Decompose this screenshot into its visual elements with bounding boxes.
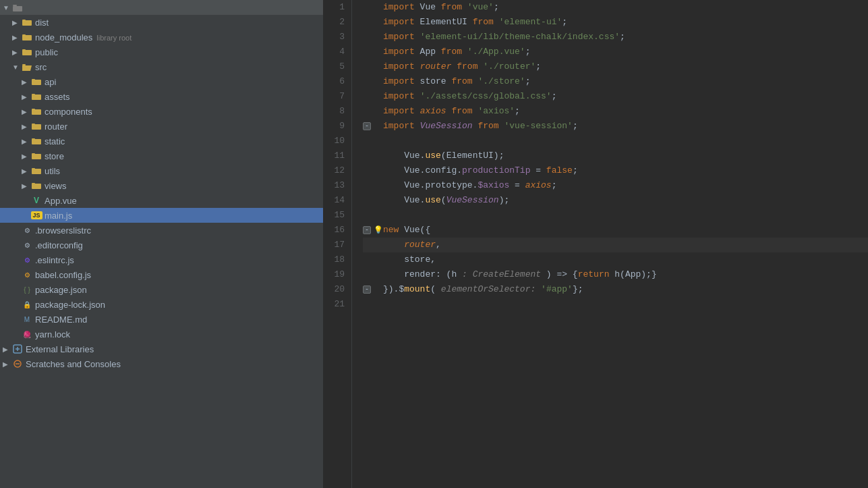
code-line: import Vue from 'vue';	[363, 0, 868, 15]
tree-item-.browserslistrc[interactable]: ⚙.browserslistrc	[0, 223, 323, 238]
arrow-icon	[22, 138, 31, 145]
token-plain: };	[573, 282, 583, 297]
token-kw: from	[441, 45, 462, 59]
code-line: Vue.prototype.$axios = axios;	[363, 178, 868, 193]
arrow-icon	[3, 346, 12, 353]
token-kw: import	[383, 15, 415, 30]
tree-item-.eslintrc.js[interactable]: ⚙.eslintrc.js	[0, 252, 323, 267]
tree-item-dist[interactable]: dist	[0, 15, 323, 30]
tree-item-label: package-lock.json	[35, 300, 320, 310]
tree-item-utils[interactable]: utils	[0, 163, 323, 178]
tree-item-babel.config.js[interactable]: ⚙babel.config.js	[0, 267, 323, 282]
line-number: 14	[330, 193, 345, 208]
folder-icon	[22, 61, 32, 72]
tree-item-label: .editorconfig	[35, 240, 320, 250]
arrow-icon	[22, 167, 31, 175]
code-line: render: (h : CreateElement ) => {return …	[363, 267, 868, 282]
token-param-hint: : CreateElement	[457, 267, 541, 282]
line-number: 7	[330, 89, 345, 104]
tree-item-node_modules[interactable]: node_moduleslibrary root	[0, 30, 323, 45]
vue-icon: V	[31, 195, 42, 206]
tree-item-label: README.md	[35, 315, 320, 325]
line-number: 15	[330, 208, 345, 223]
token-plain: (ElementUI);	[441, 148, 504, 163]
token-str: './App.vue'	[467, 45, 525, 59]
token-plain	[473, 119, 478, 134]
token-plain: ;	[552, 89, 557, 104]
tree-item-yarn.lock[interactable]: 🧶yarn.lock	[0, 327, 323, 342]
fold-icon[interactable]: -	[363, 122, 371, 130]
code-line: router,	[363, 238, 868, 252]
token-plain	[494, 15, 499, 30]
line-number: 17	[330, 238, 345, 252]
token-plain: store,	[383, 252, 436, 267]
line-number: 1	[330, 0, 345, 15]
token-plain: Vue.prototype.	[383, 178, 478, 193]
tree-item-.editorconfig[interactable]: ⚙.editorconfig	[0, 238, 323, 252]
token-str: './router'	[483, 59, 536, 74]
tree-item-label: main.js	[45, 211, 320, 221]
tree-item-label: External Libraries	[26, 344, 320, 354]
token-plain	[499, 119, 504, 134]
tree-item-External Libraries[interactable]: External Libraries	[0, 342, 323, 356]
lightbulb-icon[interactable]: 💡	[374, 223, 383, 238]
svg-rect-23	[32, 169, 41, 174]
tree-item-README.md[interactable]: MREADME.md	[0, 312, 323, 327]
svg-rect-3	[22, 20, 32, 26]
tree-item-store[interactable]: store	[0, 148, 323, 163]
token-plain: App	[415, 45, 441, 59]
code-line: Vue.config.productionTip = false;	[363, 163, 868, 178]
tree-item-assets[interactable]: assets	[0, 89, 323, 104]
token-prop: productionTip	[462, 163, 530, 178]
svg-marker-9	[22, 65, 32, 71]
config-icon: ⚙	[22, 225, 32, 236]
token-str: './assets/css/global.css'	[420, 89, 552, 104]
svg-rect-19	[32, 139, 41, 144]
code-line: -import VueSession from 'vue-session';	[363, 119, 868, 134]
fold-icon[interactable]: -	[363, 226, 371, 234]
code-line: import ElementUI from 'element-ui';	[363, 15, 868, 30]
tree-item-label: store	[45, 151, 320, 161]
json-icon: { }	[22, 284, 32, 295]
fold-icon[interactable]: -	[363, 286, 371, 294]
token-plain	[462, 45, 467, 59]
tree-item-label: dist	[35, 18, 320, 28]
line-number: 18	[330, 252, 345, 267]
tree-item-components[interactable]: components	[0, 104, 323, 119]
folder-icon	[22, 17, 32, 28]
tree-item-public[interactable]: public	[0, 45, 323, 59]
line-number: 10	[330, 134, 345, 148]
tree-item-views[interactable]: views	[0, 178, 323, 193]
tree-item-App.vue[interactable]: VApp.vue	[0, 193, 323, 208]
tree-item-main.js[interactable]: JSmain.js	[0, 208, 323, 223]
token-kw: import	[383, 89, 415, 104]
token-plain: ;	[525, 45, 531, 59]
tree-item-static[interactable]: static	[0, 134, 323, 148]
tree-item-src[interactable]: src	[0, 59, 323, 74]
tree-item-router[interactable]: router	[0, 119, 323, 134]
token-kw: import	[383, 0, 415, 15]
arrow-icon	[22, 108, 31, 115]
line-number: 11	[330, 148, 345, 163]
line-number: 19	[330, 267, 345, 282]
tree-root[interactable]	[0, 0, 323, 15]
token-plain	[415, 89, 420, 104]
token-plain: ;	[562, 15, 567, 30]
tree-item-Scratches and Consoles[interactable]: Scratches and Consoles	[0, 356, 323, 371]
tree-item-api[interactable]: api	[0, 74, 323, 89]
token-str: './store'	[478, 74, 525, 89]
token-plain: Vue({	[399, 223, 430, 238]
arrow-icon	[22, 78, 31, 86]
tree-item-package-lock.json[interactable]: 🔒package-lock.json	[0, 297, 323, 312]
token-plain: (	[430, 282, 436, 297]
token-plain	[415, 59, 420, 74]
tree-item-label: src	[35, 62, 320, 72]
arrow-icon	[22, 182, 31, 190]
tree-item-label: assets	[45, 92, 320, 102]
arrow-icon	[3, 360, 12, 368]
code-line: import store from './store';	[363, 74, 868, 89]
code-content[interactable]: import Vue from 'vue';import ElementUI f…	[352, 0, 868, 488]
tree-item-package.json[interactable]: { }package.json	[0, 282, 323, 297]
token-str: 'vue'	[467, 0, 494, 15]
token-param-hint: elementOrSelector:	[436, 282, 541, 297]
